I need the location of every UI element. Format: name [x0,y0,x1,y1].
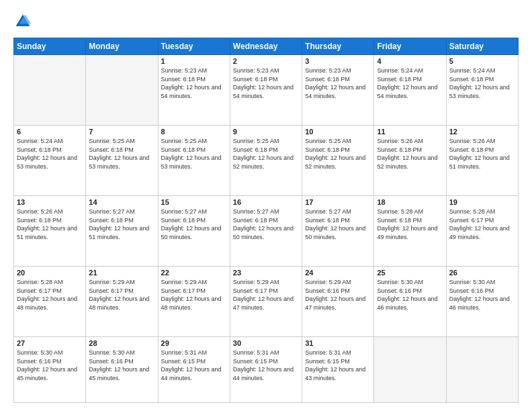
calendar-cell: 28Sunrise: 5:30 AM Sunset: 6:16 PM Dayli… [86,337,158,403]
day-info: Sunrise: 5:23 AM Sunset: 6:18 PM Dayligh… [161,66,227,100]
day-number: 3 [305,57,371,65]
calendar-cell [374,337,446,403]
logo-icon [13,12,32,31]
day-number: 21 [89,269,154,277]
header-wednesday: Wednesday [230,38,302,55]
day-number: 2 [233,57,299,65]
day-number: 17 [305,198,371,206]
day-number: 29 [161,339,227,347]
day-info: Sunrise: 5:29 AM Sunset: 6:17 PM Dayligh… [161,278,227,312]
day-info: Sunrise: 5:26 AM Sunset: 6:18 PM Dayligh… [17,208,83,241]
day-info: Sunrise: 5:31 AM Sunset: 6:15 PM Dayligh… [161,349,227,382]
day-info: Sunrise: 5:29 AM Sunset: 6:17 PM Dayligh… [89,278,154,312]
day-info: Sunrise: 5:28 AM Sunset: 6:17 PM Dayligh… [449,208,515,241]
day-info: Sunrise: 5:31 AM Sunset: 6:15 PM Dayligh… [233,349,299,382]
calendar-cell: 19Sunrise: 5:28 AM Sunset: 6:17 PM Dayli… [446,196,518,267]
day-number: 12 [449,128,515,136]
calendar-cell: 8Sunrise: 5:25 AM Sunset: 6:18 PM Daylig… [158,126,230,196]
calendar-cell: 22Sunrise: 5:29 AM Sunset: 6:17 PM Dayli… [158,267,230,337]
day-info: Sunrise: 5:27 AM Sunset: 6:18 PM Dayligh… [233,208,299,241]
day-info: Sunrise: 5:31 AM Sunset: 6:15 PM Dayligh… [305,349,371,382]
day-number: 7 [89,128,154,136]
calendar-cell: 15Sunrise: 5:27 AM Sunset: 6:18 PM Dayli… [158,196,230,267]
day-info: Sunrise: 5:25 AM Sunset: 6:18 PM Dayligh… [161,137,227,171]
calendar-cell: 21Sunrise: 5:29 AM Sunset: 6:17 PM Dayli… [86,267,158,337]
day-number: 8 [161,128,227,136]
day-number: 15 [161,198,227,206]
calendar-cell: 23Sunrise: 5:29 AM Sunset: 6:17 PM Dayli… [230,267,302,337]
week-row-2: 6Sunrise: 5:24 AM Sunset: 6:18 PM Daylig… [14,126,519,196]
day-number: 26 [449,269,515,277]
day-info: Sunrise: 5:27 AM Sunset: 6:18 PM Dayligh… [89,208,154,241]
day-info: Sunrise: 5:23 AM Sunset: 6:18 PM Dayligh… [305,66,371,100]
page: SundayMondayTuesdayWednesdayThursdayFrid… [0,0,532,411]
day-info: Sunrise: 5:25 AM Sunset: 6:18 PM Dayligh… [305,137,371,171]
day-info: Sunrise: 5:25 AM Sunset: 6:18 PM Dayligh… [233,137,299,171]
header-monday: Monday [86,38,158,55]
calendar-cell: 25Sunrise: 5:30 AM Sunset: 6:16 PM Dayli… [374,267,446,337]
calendar-cell: 3Sunrise: 5:23 AM Sunset: 6:18 PM Daylig… [302,55,374,126]
calendar-cell: 29Sunrise: 5:31 AM Sunset: 6:15 PM Dayli… [158,337,230,403]
day-number: 24 [305,269,371,277]
calendar-cell: 6Sunrise: 5:24 AM Sunset: 6:18 PM Daylig… [14,126,86,196]
calendar-cell: 1Sunrise: 5:23 AM Sunset: 6:18 PM Daylig… [158,55,230,126]
calendar-cell: 24Sunrise: 5:29 AM Sunset: 6:16 PM Dayli… [302,267,374,337]
calendar-header-row: SundayMondayTuesdayWednesdayThursdayFrid… [14,38,519,55]
day-info: Sunrise: 5:24 AM Sunset: 6:18 PM Dayligh… [17,137,83,171]
calendar-cell [446,337,518,403]
header-sunday: Sunday [14,38,86,55]
calendar-cell: 5Sunrise: 5:24 AM Sunset: 6:18 PM Daylig… [446,55,518,126]
calendar-cell [14,55,86,126]
calendar-cell: 18Sunrise: 5:28 AM Sunset: 6:18 PM Dayli… [374,196,446,267]
day-number: 5 [449,57,515,65]
day-number: 20 [17,269,83,277]
day-number: 19 [449,198,515,206]
day-number: 18 [377,198,443,206]
day-number: 10 [305,128,371,136]
day-info: Sunrise: 5:24 AM Sunset: 6:18 PM Dayligh… [377,66,443,100]
day-info: Sunrise: 5:30 AM Sunset: 6:16 PM Dayligh… [17,349,83,382]
day-number: 31 [305,339,371,347]
day-number: 9 [233,128,299,136]
calendar-cell: 13Sunrise: 5:26 AM Sunset: 6:18 PM Dayli… [14,196,86,267]
day-number: 28 [89,339,154,347]
day-number: 27 [17,339,83,347]
day-info: Sunrise: 5:27 AM Sunset: 6:18 PM Dayligh… [305,208,371,241]
day-number: 16 [233,198,299,206]
day-number: 14 [89,198,154,206]
day-info: Sunrise: 5:25 AM Sunset: 6:18 PM Dayligh… [89,137,154,171]
day-info: Sunrise: 5:23 AM Sunset: 6:18 PM Dayligh… [233,66,299,100]
calendar-cell: 31Sunrise: 5:31 AM Sunset: 6:15 PM Dayli… [302,337,374,403]
calendar-cell: 11Sunrise: 5:26 AM Sunset: 6:18 PM Dayli… [374,126,446,196]
calendar-cell: 7Sunrise: 5:25 AM Sunset: 6:18 PM Daylig… [86,126,158,196]
calendar-cell [86,55,158,126]
week-row-4: 20Sunrise: 5:28 AM Sunset: 6:17 PM Dayli… [14,267,519,337]
calendar-cell: 27Sunrise: 5:30 AM Sunset: 6:16 PM Dayli… [14,337,86,403]
day-number: 13 [17,198,83,206]
day-number: 1 [161,57,227,65]
calendar-cell: 4Sunrise: 5:24 AM Sunset: 6:18 PM Daylig… [374,55,446,126]
day-info: Sunrise: 5:28 AM Sunset: 6:17 PM Dayligh… [17,278,83,312]
calendar-cell: 10Sunrise: 5:25 AM Sunset: 6:18 PM Dayli… [302,126,374,196]
day-info: Sunrise: 5:30 AM Sunset: 6:16 PM Dayligh… [377,278,443,312]
week-row-3: 13Sunrise: 5:26 AM Sunset: 6:18 PM Dayli… [14,196,519,267]
day-info: Sunrise: 5:26 AM Sunset: 6:18 PM Dayligh… [377,137,443,171]
day-number: 30 [233,339,299,347]
day-info: Sunrise: 5:29 AM Sunset: 6:17 PM Dayligh… [233,278,299,312]
header-saturday: Saturday [446,38,518,55]
day-number: 4 [377,57,443,65]
calendar-cell: 30Sunrise: 5:31 AM Sunset: 6:15 PM Dayli… [230,337,302,403]
calendar-cell: 9Sunrise: 5:25 AM Sunset: 6:18 PM Daylig… [230,126,302,196]
header-tuesday: Tuesday [158,38,230,55]
day-info: Sunrise: 5:29 AM Sunset: 6:16 PM Dayligh… [305,278,371,312]
day-number: 25 [377,269,443,277]
week-row-1: 1Sunrise: 5:23 AM Sunset: 6:18 PM Daylig… [14,55,519,126]
day-info: Sunrise: 5:30 AM Sunset: 6:16 PM Dayligh… [449,278,515,312]
day-info: Sunrise: 5:26 AM Sunset: 6:18 PM Dayligh… [449,137,515,171]
calendar-cell: 2Sunrise: 5:23 AM Sunset: 6:18 PM Daylig… [230,55,302,126]
calendar-table: SundayMondayTuesdayWednesdayThursdayFrid… [13,38,519,403]
day-number: 22 [161,269,227,277]
day-number: 6 [17,128,83,136]
calendar-cell: 12Sunrise: 5:26 AM Sunset: 6:18 PM Dayli… [446,126,518,196]
day-info: Sunrise: 5:27 AM Sunset: 6:18 PM Dayligh… [161,208,227,241]
